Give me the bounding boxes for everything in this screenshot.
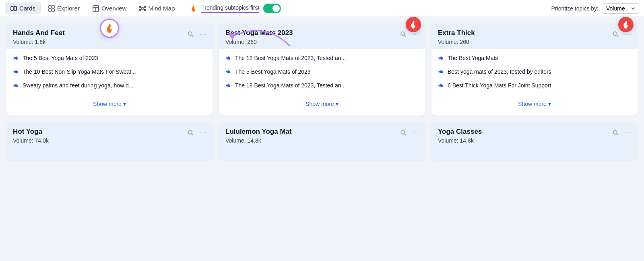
svg-line-26	[192, 134, 193, 135]
trending-label-wrap: Trending subtopics first	[201, 4, 259, 12]
svg-line-14	[141, 7, 142, 8]
svg-point-23	[613, 32, 617, 35]
svg-line-28	[404, 134, 406, 135]
card-item-1-0: The 12 Best Yoga Mats of 2023, Tested an…	[225, 55, 419, 63]
megaphone-icon-1-0	[225, 55, 232, 63]
chevron-down-icon-2: ▾	[548, 101, 551, 107]
flame-icon-best-yoga	[409, 20, 418, 29]
search-icon-bottom-0	[188, 130, 194, 136]
show-more-1: Show more ▾	[225, 96, 419, 110]
card-volume-lululemon: Volume: 14.8k	[225, 137, 419, 144]
card-header-yoga-classes: Yoga Classes Volume: 14.8k ···	[431, 122, 638, 160]
card-item-text-2-1: Best yoga mats of 2023, tested by editor…	[448, 68, 551, 75]
svg-rect-0	[11, 6, 13, 10]
flame-badge-outlined	[100, 19, 119, 38]
card-title-lululemon: Lululemon Yoga Mat	[225, 128, 419, 136]
tab-explorer[interactable]: Explorer	[43, 2, 85, 14]
top-navigation: Cards Explorer Overview	[0, 0, 644, 17]
tab-mindmap[interactable]: Mind Map	[134, 2, 180, 14]
card-item-2-0: The Best Yoga Mats	[438, 55, 631, 63]
megaphone-icon-0-2	[13, 83, 19, 90]
card-wrapper-hands-and-feet: Hands And Feet Volume: 1.6k ···	[6, 23, 213, 116]
trending-flame-icon	[190, 5, 197, 12]
card-item-text-0-1: The 10 Best Non-Slip Yoga Mats For Sweat…	[23, 68, 136, 75]
svg-point-19	[188, 32, 192, 35]
svg-line-20	[192, 35, 193, 37]
prioritize-section: Prioritize topics by: Volume Trend Diffi…	[551, 3, 639, 14]
search-icon-bottom-2	[613, 130, 619, 136]
card-header-extra-thick: Extra Thick Volume: 260 ···	[431, 23, 638, 49]
megaphone-icon-0-0	[13, 55, 19, 63]
svg-rect-2	[49, 6, 51, 8]
card-item-0-0: The 5 Best Yoga Mats of 2023	[13, 55, 206, 63]
flame-badge-extra-thick	[618, 17, 634, 32]
show-more-0: Show more ▾	[13, 96, 206, 110]
card-item-1-1: The 5 Best Yoga Mats of 2023	[225, 68, 419, 77]
card-yoga-classes: Yoga Classes Volume: 14.8k ···	[431, 122, 638, 160]
more-button-bottom-2[interactable]: ···	[624, 128, 633, 138]
svg-line-16	[141, 9, 142, 10]
card-body-2: The Best Yoga Mats Best yoga mats of 202…	[431, 49, 638, 116]
card-item-text-1-0: The 12 Best Yoga Mats of 2023, Tested an…	[235, 55, 346, 61]
card-header-best-yoga-mats: Best Yoga Mats 2023 Volume: 260 ···	[219, 23, 425, 49]
cards-icon	[10, 5, 17, 12]
card-title-extra-thick: Extra Thick	[438, 29, 631, 37]
tab-cards[interactable]: Cards	[5, 2, 41, 14]
card-volume-hands-and-feet: Volume: 1.6k	[13, 39, 206, 45]
tab-overview[interactable]: Overview	[87, 2, 132, 14]
card-item-text-2-0: The Best Yoga Mats	[448, 55, 498, 61]
search-button-bottom-1[interactable]	[399, 129, 407, 137]
priority-select[interactable]: Volume Trend Difficulty	[602, 3, 639, 14]
search-icon-bottom-1	[400, 130, 407, 136]
card-wrapper-best-yoga-mats: Best Yoga Mats 2023 Volume: 260 ···	[219, 23, 425, 116]
search-button-bottom-0[interactable]	[187, 129, 195, 137]
trending-section: Trending subtopics first	[190, 4, 281, 13]
show-more-link-2[interactable]: Show more ▾	[518, 101, 551, 107]
more-button-bottom-0[interactable]: ···	[199, 128, 208, 138]
flame-icon-extra-thick	[621, 20, 630, 29]
trending-underline	[201, 12, 259, 13]
show-more-link-0[interactable]: Show more ▾	[93, 101, 126, 107]
svg-point-9	[142, 8, 143, 9]
card-volume-extra-thick: Volume: 260	[438, 39, 631, 45]
svg-line-30	[617, 134, 618, 135]
tab-overview-label: Overview	[101, 5, 127, 12]
card-hot-yoga: Hot Yoga Volume: 74.0k ···	[6, 122, 213, 160]
svg-point-27	[401, 130, 405, 134]
card-body-0: The 5 Best Yoga Mats of 2023 The 10 Best…	[6, 49, 213, 116]
card-body-1: The 12 Best Yoga Mats of 2023, Tested an…	[219, 49, 425, 116]
megaphone-icon-1-1	[225, 69, 232, 77]
card-item-text-1-2: The 18 Best Yoga Mats of 2023, Tested an…	[235, 82, 346, 89]
search-button-0[interactable]	[187, 30, 195, 38]
card-wrapper-extra-thick: Extra Thick Volume: 260 ···	[431, 23, 638, 116]
search-button-bottom-2[interactable]	[612, 129, 620, 137]
card-extra-thick: Extra Thick Volume: 260 ···	[431, 23, 638, 116]
overview-icon	[93, 5, 99, 12]
svg-point-21	[401, 32, 405, 35]
svg-point-10	[140, 6, 141, 7]
more-button-bottom-1[interactable]: ···	[411, 128, 420, 138]
more-button-0[interactable]: ···	[199, 29, 208, 39]
show-more-2: Show more ▾	[438, 96, 631, 110]
card-wrapper-lululemon: Lululemon Yoga Mat Volume: 14.8k ···	[219, 122, 425, 160]
tab-mindmap-label: Mind Map	[148, 5, 175, 12]
trending-toggle[interactable]	[263, 4, 281, 13]
svg-rect-3	[52, 6, 54, 8]
svg-line-15	[143, 7, 144, 8]
card-header-icons-bottom-2: ···	[612, 128, 633, 138]
tab-explorer-label: Explorer	[57, 5, 80, 12]
card-title-yoga-classes: Yoga Classes	[438, 128, 631, 136]
card-lululemon: Lululemon Yoga Mat Volume: 14.8k ···	[219, 122, 425, 160]
cards-grid-bottom: Hot Yoga Volume: 74.0k ···	[6, 122, 638, 160]
svg-rect-1	[14, 6, 17, 10]
card-header-icons-bottom-1: ···	[399, 128, 420, 138]
svg-point-25	[188, 130, 192, 134]
mindmap-icon	[139, 5, 146, 12]
search-icon-0	[188, 31, 194, 37]
show-more-link-1[interactable]: Show more ▾	[305, 101, 339, 107]
card-item-2-1: Best yoga mats of 2023, tested by editor…	[438, 68, 631, 77]
svg-point-13	[144, 9, 146, 10]
prioritize-label: Prioritize topics by:	[551, 5, 599, 12]
card-volume-best-yoga-mats: Volume: 260	[225, 39, 419, 45]
card-header-icons-bottom-0: ···	[187, 128, 208, 138]
